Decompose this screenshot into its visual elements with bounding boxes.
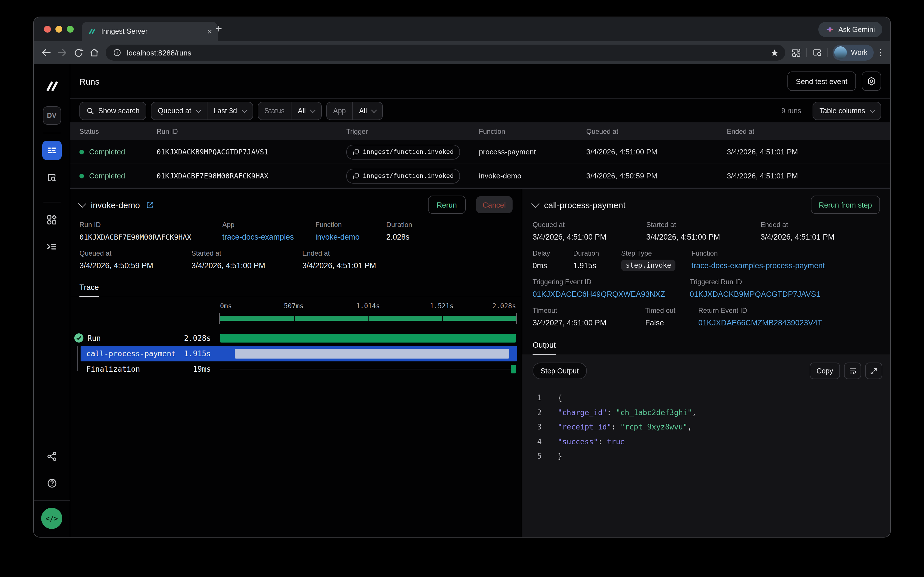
step-output-pill[interactable]: Step Output	[533, 363, 587, 379]
runs-list-icon	[46, 145, 58, 156]
column-header-status: Status	[70, 127, 157, 135]
triggering-event-id-link[interactable]: 01KJXDACEC6H49QRQXWEA93NXZ	[533, 290, 690, 298]
runs-count: 9 runs	[781, 106, 802, 114]
function-cell: invoke-demo	[479, 172, 586, 180]
app-link[interactable]: trace-docs-examples	[222, 233, 315, 241]
minimap-end-tick	[516, 313, 517, 324]
profile-chip[interactable]: Work	[832, 45, 874, 61]
sidebar-item-runs[interactable]	[42, 141, 61, 160]
run-details-header: invoke-demo Rerun Cancel	[70, 189, 522, 221]
dev-tools-button[interactable]: </>	[41, 508, 62, 529]
trace-row-step-selected[interactable]: call-process-payment 1.915s	[70, 346, 522, 361]
triggered-run-id-label: Triggered Run ID	[690, 278, 820, 286]
close-window-button[interactable]	[44, 26, 51, 32]
timeout-value: 3/4/2027, 4:51:00 PM	[533, 319, 645, 327]
expand-button[interactable]	[865, 363, 882, 379]
bookmark-star-icon[interactable]	[767, 45, 782, 60]
help-icon	[46, 477, 58, 489]
reload-button[interactable]	[70, 45, 86, 61]
minimap-separator	[442, 316, 443, 321]
browser-menu-icon[interactable]: ⋮	[876, 47, 886, 58]
output-code[interactable]: 1{2"charge_id": "ch_1abc2def3ghi",3"rece…	[522, 390, 890, 464]
forward-button[interactable]	[54, 45, 70, 61]
function-link[interactable]: invoke-demo	[315, 233, 386, 241]
ask-gemini-button[interactable]: Ask Gemini	[818, 22, 882, 37]
triggering-event-id-label: Triggering Event ID	[533, 278, 690, 286]
return-event-id-link[interactable]: 01KJXDAE66CMZMB28439023V4T	[698, 319, 822, 327]
step-meta-row-2: Delay 0ms Duration 1.915s Step Type step…	[522, 249, 890, 278]
table-row[interactable]: Completed 01KJXDACBF7E98M00RAFCK9HAX inn…	[70, 164, 890, 188]
gemini-icon	[826, 25, 834, 34]
ruler-tick-label: 2.028s	[492, 302, 516, 310]
run-meta-row-2: Queued at 3/4/2026, 4:50:59 PM Started a…	[70, 249, 522, 278]
browser-tab[interactable]: Inngest Server ×	[82, 22, 218, 41]
status-filter-dropdown[interactable]: All	[291, 102, 321, 119]
external-link-icon[interactable]	[146, 200, 154, 209]
rerun-button[interactable]: Rerun	[428, 195, 465, 214]
copy-button[interactable]: Copy	[810, 363, 840, 379]
tab-trace[interactable]: Trace	[79, 278, 99, 297]
sidebar-item-apps[interactable]	[42, 210, 61, 229]
function-link[interactable]: trace-docs-examples-process-payment	[691, 261, 825, 270]
run-meta-row-1: Run ID 01KJXDACBF7E98M00RAFCK9HAX App tr…	[70, 221, 522, 249]
trigger-pill[interactable]: inngest/function.invoked	[346, 168, 460, 183]
inngest-favicon-icon	[87, 27, 96, 36]
triggered-run-id-link[interactable]: 01KJXDACKB9MPQACGTDP7JAVS1	[690, 290, 820, 298]
send-test-event-button[interactable]: Send test event	[787, 71, 856, 91]
function-cell: process-payment	[479, 148, 586, 156]
app-filter-dropdown[interactable]: All	[353, 102, 382, 119]
table-row[interactable]: Completed 01KJXDACKB9MPQACGTDP7JAVS1 inn…	[70, 140, 890, 164]
ended-at-label: Ended at	[760, 221, 834, 229]
column-header-queued-at: Queued at	[586, 127, 727, 135]
trace-minimap[interactable]	[220, 316, 516, 321]
tab-search-icon[interactable]	[810, 45, 824, 60]
home-button[interactable]	[86, 45, 102, 61]
site-info-icon[interactable]	[112, 48, 122, 57]
finalization-span-bar[interactable]	[511, 365, 516, 374]
table-columns-dropdown[interactable]: Table columns	[813, 102, 881, 120]
tab-close-icon[interactable]: ×	[207, 27, 212, 35]
minimize-window-button[interactable]	[55, 26, 62, 32]
ended-at-label: Ended at	[302, 249, 376, 257]
extensions-icon[interactable]	[789, 45, 803, 60]
url-bar[interactable]: localhost:8288/runs	[106, 45, 785, 61]
screen: Inngest Server × + Ask Gemini	[0, 0, 924, 577]
trace-row-finalization[interactable]: Finalization 19ms	[70, 361, 522, 377]
share-button[interactable]	[42, 446, 61, 466]
ask-gemini-label: Ask Gemini	[838, 26, 875, 34]
run-span-bar[interactable]	[220, 334, 516, 343]
minimap-separator	[294, 316, 294, 321]
tab-output[interactable]: Output	[533, 335, 556, 355]
trace-row-name: Finalization	[86, 365, 140, 374]
step-meta-row-1: Queued at 3/4/2026, 4:51:00 PM Started a…	[522, 221, 890, 249]
trigger-pill[interactable]: inngest/function.invoked	[346, 144, 460, 159]
collapse-chevron-icon[interactable]	[78, 199, 86, 207]
time-range-dropdown[interactable]: Last 3d	[207, 102, 252, 119]
back-button[interactable]	[38, 45, 54, 61]
cancel-button[interactable]: Cancel	[476, 196, 513, 213]
settings-button[interactable]	[862, 71, 881, 91]
rerun-from-step-button[interactable]: Rerun from step	[811, 195, 880, 214]
sidebar-item-events[interactable]	[42, 168, 61, 187]
column-header-trigger: Trigger	[346, 127, 479, 135]
started-at-value: 3/4/2026, 4:51:00 PM	[646, 233, 760, 241]
help-button[interactable]	[42, 474, 61, 493]
collapse-chevron-icon[interactable]	[532, 199, 540, 207]
queued-at-value: 3/4/2026, 4:51:00 PM	[533, 233, 646, 241]
trace-row-run[interactable]: Run 2.028s	[70, 330, 522, 346]
queued-at-cell: 3/4/2026, 4:50:59 PM	[586, 172, 727, 180]
time-field-dropdown[interactable]: Queued at	[152, 102, 207, 119]
toolbar-divider	[806, 48, 807, 57]
tab-title: Inngest Server	[101, 27, 203, 35]
sidebar-item-functions[interactable]	[42, 237, 61, 256]
timeout-label: Timeout	[533, 306, 645, 314]
word-wrap-button[interactable]	[844, 363, 861, 379]
url-text[interactable]: localhost:8288/runs	[127, 48, 762, 57]
new-tab-button[interactable]: +	[215, 22, 222, 35]
env-badge[interactable]: DV	[43, 106, 61, 125]
show-search-button[interactable]: Show search	[79, 102, 146, 120]
duration-value: 2.028s	[386, 233, 412, 241]
show-search-label: Show search	[98, 106, 140, 114]
step-span-bar[interactable]	[235, 349, 509, 359]
zoom-window-button[interactable]	[67, 26, 74, 32]
